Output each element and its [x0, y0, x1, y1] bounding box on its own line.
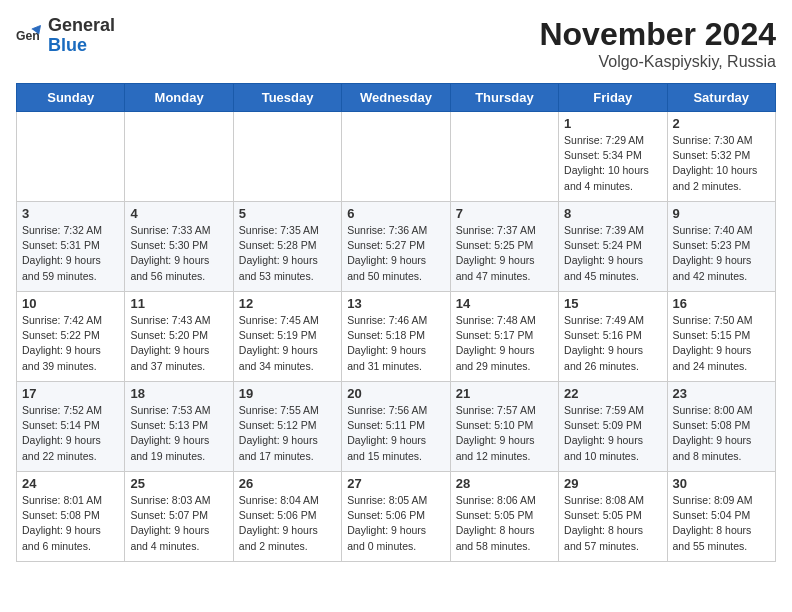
table-row: 4Sunrise: 7:33 AMSunset: 5:30 PMDaylight… [125, 202, 233, 292]
table-row: 5Sunrise: 7:35 AMSunset: 5:28 PMDaylight… [233, 202, 341, 292]
table-row: 18Sunrise: 7:53 AMSunset: 5:13 PMDayligh… [125, 382, 233, 472]
day-number: 15 [564, 296, 661, 311]
table-row [125, 112, 233, 202]
table-row: 25Sunrise: 8:03 AMSunset: 5:07 PMDayligh… [125, 472, 233, 562]
day-info: Sunrise: 8:00 AMSunset: 5:08 PMDaylight:… [673, 403, 770, 464]
day-number: 24 [22, 476, 119, 491]
table-row: 30Sunrise: 8:09 AMSunset: 5:04 PMDayligh… [667, 472, 775, 562]
day-number: 7 [456, 206, 553, 221]
table-row: 26Sunrise: 8:04 AMSunset: 5:06 PMDayligh… [233, 472, 341, 562]
day-number: 9 [673, 206, 770, 221]
logo-icon: Gen [16, 22, 44, 50]
day-number: 18 [130, 386, 227, 401]
table-row: 1Sunrise: 7:29 AMSunset: 5:34 PMDaylight… [559, 112, 667, 202]
table-row [17, 112, 125, 202]
col-friday: Friday [559, 84, 667, 112]
table-row: 9Sunrise: 7:40 AMSunset: 5:23 PMDaylight… [667, 202, 775, 292]
logo-blue: Blue [48, 35, 87, 55]
col-thursday: Thursday [450, 84, 558, 112]
logo-text: General Blue [48, 16, 115, 56]
day-info: Sunrise: 7:37 AMSunset: 5:25 PMDaylight:… [456, 223, 553, 284]
table-row [450, 112, 558, 202]
table-row: 6Sunrise: 7:36 AMSunset: 5:27 PMDaylight… [342, 202, 450, 292]
day-number: 3 [22, 206, 119, 221]
day-number: 6 [347, 206, 444, 221]
month-year: November 2024 [539, 16, 776, 53]
day-info: Sunrise: 8:03 AMSunset: 5:07 PMDaylight:… [130, 493, 227, 554]
day-number: 14 [456, 296, 553, 311]
table-row: 8Sunrise: 7:39 AMSunset: 5:24 PMDaylight… [559, 202, 667, 292]
day-info: Sunrise: 7:43 AMSunset: 5:20 PMDaylight:… [130, 313, 227, 374]
day-number: 5 [239, 206, 336, 221]
day-info: Sunrise: 7:45 AMSunset: 5:19 PMDaylight:… [239, 313, 336, 374]
day-number: 21 [456, 386, 553, 401]
day-info: Sunrise: 8:01 AMSunset: 5:08 PMDaylight:… [22, 493, 119, 554]
calendar-table: Sunday Monday Tuesday Wednesday Thursday… [16, 83, 776, 562]
col-tuesday: Tuesday [233, 84, 341, 112]
day-info: Sunrise: 7:40 AMSunset: 5:23 PMDaylight:… [673, 223, 770, 284]
table-row: 28Sunrise: 8:06 AMSunset: 5:05 PMDayligh… [450, 472, 558, 562]
day-number: 23 [673, 386, 770, 401]
day-info: Sunrise: 7:35 AMSunset: 5:28 PMDaylight:… [239, 223, 336, 284]
day-info: Sunrise: 7:46 AMSunset: 5:18 PMDaylight:… [347, 313, 444, 374]
day-number: 11 [130, 296, 227, 311]
day-info: Sunrise: 7:32 AMSunset: 5:31 PMDaylight:… [22, 223, 119, 284]
day-info: Sunrise: 8:09 AMSunset: 5:04 PMDaylight:… [673, 493, 770, 554]
table-row [342, 112, 450, 202]
day-info: Sunrise: 7:56 AMSunset: 5:11 PMDaylight:… [347, 403, 444, 464]
day-number: 12 [239, 296, 336, 311]
day-number: 26 [239, 476, 336, 491]
col-monday: Monday [125, 84, 233, 112]
title-area: November 2024 Volgo-Kaspiyskiy, Russia [539, 16, 776, 71]
day-info: Sunrise: 7:36 AMSunset: 5:27 PMDaylight:… [347, 223, 444, 284]
day-info: Sunrise: 8:06 AMSunset: 5:05 PMDaylight:… [456, 493, 553, 554]
day-info: Sunrise: 8:08 AMSunset: 5:05 PMDaylight:… [564, 493, 661, 554]
day-number: 10 [22, 296, 119, 311]
calendar-body: 1Sunrise: 7:29 AMSunset: 5:34 PMDaylight… [17, 112, 776, 562]
day-number: 4 [130, 206, 227, 221]
day-info: Sunrise: 7:57 AMSunset: 5:10 PMDaylight:… [456, 403, 553, 464]
col-wednesday: Wednesday [342, 84, 450, 112]
table-row: 3Sunrise: 7:32 AMSunset: 5:31 PMDaylight… [17, 202, 125, 292]
day-number: 1 [564, 116, 661, 131]
day-info: Sunrise: 7:33 AMSunset: 5:30 PMDaylight:… [130, 223, 227, 284]
day-info: Sunrise: 7:29 AMSunset: 5:34 PMDaylight:… [564, 133, 661, 194]
table-row: 17Sunrise: 7:52 AMSunset: 5:14 PMDayligh… [17, 382, 125, 472]
table-row: 24Sunrise: 8:01 AMSunset: 5:08 PMDayligh… [17, 472, 125, 562]
day-number: 13 [347, 296, 444, 311]
table-row: 29Sunrise: 8:08 AMSunset: 5:05 PMDayligh… [559, 472, 667, 562]
table-row: 19Sunrise: 7:55 AMSunset: 5:12 PMDayligh… [233, 382, 341, 472]
day-number: 28 [456, 476, 553, 491]
header: Gen General Blue November 2024 Volgo-Kas… [16, 16, 776, 71]
table-row: 23Sunrise: 8:00 AMSunset: 5:08 PMDayligh… [667, 382, 775, 472]
table-row: 14Sunrise: 7:48 AMSunset: 5:17 PMDayligh… [450, 292, 558, 382]
day-number: 20 [347, 386, 444, 401]
day-info: Sunrise: 7:52 AMSunset: 5:14 PMDaylight:… [22, 403, 119, 464]
table-row: 21Sunrise: 7:57 AMSunset: 5:10 PMDayligh… [450, 382, 558, 472]
day-info: Sunrise: 7:53 AMSunset: 5:13 PMDaylight:… [130, 403, 227, 464]
day-info: Sunrise: 8:05 AMSunset: 5:06 PMDaylight:… [347, 493, 444, 554]
day-info: Sunrise: 8:04 AMSunset: 5:06 PMDaylight:… [239, 493, 336, 554]
day-info: Sunrise: 7:50 AMSunset: 5:15 PMDaylight:… [673, 313, 770, 374]
day-info: Sunrise: 7:39 AMSunset: 5:24 PMDaylight:… [564, 223, 661, 284]
day-number: 2 [673, 116, 770, 131]
day-number: 30 [673, 476, 770, 491]
table-row: 16Sunrise: 7:50 AMSunset: 5:15 PMDayligh… [667, 292, 775, 382]
table-row: 27Sunrise: 8:05 AMSunset: 5:06 PMDayligh… [342, 472, 450, 562]
day-number: 27 [347, 476, 444, 491]
day-number: 17 [22, 386, 119, 401]
table-row: 10Sunrise: 7:42 AMSunset: 5:22 PMDayligh… [17, 292, 125, 382]
table-row: 2Sunrise: 7:30 AMSunset: 5:32 PMDaylight… [667, 112, 775, 202]
day-number: 8 [564, 206, 661, 221]
table-row: 11Sunrise: 7:43 AMSunset: 5:20 PMDayligh… [125, 292, 233, 382]
table-row [233, 112, 341, 202]
day-info: Sunrise: 7:49 AMSunset: 5:16 PMDaylight:… [564, 313, 661, 374]
logo-general: General [48, 15, 115, 35]
calendar-header: Sunday Monday Tuesday Wednesday Thursday… [17, 84, 776, 112]
table-row: 7Sunrise: 7:37 AMSunset: 5:25 PMDaylight… [450, 202, 558, 292]
table-row: 20Sunrise: 7:56 AMSunset: 5:11 PMDayligh… [342, 382, 450, 472]
day-number: 16 [673, 296, 770, 311]
table-row: 13Sunrise: 7:46 AMSunset: 5:18 PMDayligh… [342, 292, 450, 382]
table-row: 15Sunrise: 7:49 AMSunset: 5:16 PMDayligh… [559, 292, 667, 382]
day-info: Sunrise: 7:42 AMSunset: 5:22 PMDaylight:… [22, 313, 119, 374]
